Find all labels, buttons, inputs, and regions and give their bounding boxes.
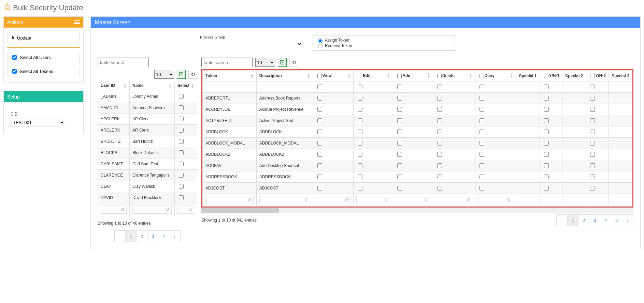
edit-checkbox[interactable] — [358, 118, 362, 123]
deny-checkbox[interactable] — [480, 152, 484, 157]
view-checkbox[interactable] — [317, 152, 322, 157]
col-yn2[interactable]: Y/N-2 — [586, 71, 609, 81]
delete-all-checkbox[interactable] — [437, 74, 442, 78]
view-checkbox[interactable] — [317, 96, 322, 101]
token-search-input[interactable] — [201, 58, 253, 67]
edit-checkbox[interactable] — [358, 152, 362, 157]
remove-token-radio[interactable] — [318, 44, 323, 48]
deny-checkbox[interactable] — [480, 130, 484, 134]
delete-checkbox[interactable] — [437, 130, 442, 134]
reload-icon[interactable]: ↻ — [188, 70, 197, 79]
filter-name[interactable] — [132, 206, 172, 214]
col-edit[interactable]: Edit▲▼ — [354, 71, 393, 81]
deny-all-checkbox[interactable] — [480, 74, 484, 78]
pager-prev[interactable]: ‹ — [557, 215, 568, 226]
add-checkbox[interactable] — [397, 85, 402, 89]
view-checkbox[interactable] — [317, 107, 322, 112]
token-page-length[interactable]: 10 — [255, 58, 275, 67]
user-search-input[interactable] — [98, 58, 149, 67]
pager-page[interactable]: 1 — [126, 231, 137, 242]
assign-token-option[interactable]: Assign Token — [316, 37, 352, 43]
yn1-checkbox[interactable] — [544, 141, 549, 146]
user-select-checkbox[interactable] — [179, 150, 184, 155]
pager-page[interactable]: 5 — [611, 215, 622, 226]
user-select-checkbox[interactable] — [179, 184, 184, 189]
yn2-checkbox[interactable] — [590, 163, 595, 168]
yn1-checkbox[interactable] — [544, 130, 549, 134]
delete-checkbox[interactable] — [437, 141, 442, 146]
delete-checkbox[interactable] — [437, 85, 442, 89]
add-checkbox[interactable] — [397, 175, 402, 179]
edit-all-checkbox[interactable] — [358, 74, 362, 78]
deny-checkbox[interactable] — [480, 107, 484, 112]
col-add[interactable]: Add▲▼ — [393, 71, 433, 81]
delete-checkbox[interactable] — [437, 163, 442, 168]
yn2-checkbox[interactable] — [590, 118, 595, 123]
yn1-all-checkbox[interactable] — [544, 74, 548, 78]
add-checkbox[interactable] — [397, 141, 402, 146]
user-select-checkbox[interactable] — [179, 128, 184, 133]
filter-delete[interactable] — [436, 196, 472, 204]
col-token[interactable]: Token▲▼ — [203, 71, 257, 81]
user-select-checkbox[interactable] — [179, 195, 184, 200]
user-select-checkbox[interactable] — [179, 117, 184, 121]
assign-token-radio[interactable] — [318, 39, 323, 43]
deny-checkbox[interactable] — [480, 141, 484, 146]
delete-checkbox[interactable] — [437, 118, 442, 123]
yn1-checkbox[interactable] — [544, 175, 549, 179]
cid-select[interactable]: TEST001 — [11, 119, 65, 126]
pager-page[interactable]: 3 — [589, 215, 600, 226]
deny-checkbox[interactable] — [480, 85, 484, 89]
edit-checkbox[interactable] — [358, 141, 362, 146]
edit-checkbox[interactable] — [358, 85, 362, 89]
filter-token[interactable] — [205, 196, 254, 204]
pager-page[interactable]: 2 — [578, 215, 589, 226]
yn1-checkbox[interactable] — [544, 96, 549, 101]
edit-checkbox[interactable] — [358, 107, 362, 112]
add-all-checkbox[interactable] — [397, 74, 402, 78]
filter-view[interactable] — [316, 196, 351, 204]
select-all-tokens-button[interactable]: Select All Tokens — [7, 66, 80, 77]
deny-checkbox[interactable] — [480, 175, 484, 179]
excel-export-icon[interactable] — [177, 70, 186, 79]
add-checkbox[interactable] — [397, 152, 402, 157]
col-special1[interactable]: Special 1 — [516, 71, 540, 81]
horizontal-scrollbar[interactable] — [201, 208, 633, 213]
hamburger-icon[interactable] — [74, 20, 80, 25]
select-all-users-checkbox[interactable] — [12, 55, 17, 60]
user-select-checkbox[interactable] — [179, 94, 184, 99]
yn2-checkbox[interactable] — [590, 141, 595, 146]
yn1-checkbox[interactable] — [544, 163, 549, 168]
col-deny[interactable]: Deny▲▼ — [475, 71, 516, 81]
yn2-checkbox[interactable] — [590, 186, 595, 191]
yn1-checkbox[interactable] — [544, 107, 549, 112]
filter-edit[interactable] — [356, 196, 390, 204]
view-all-checkbox[interactable] — [317, 74, 322, 78]
reload-icon[interactable]: ↻ — [289, 58, 298, 67]
pager-page[interactable]: 1 — [568, 215, 578, 226]
update-button[interactable]: Update — [7, 33, 80, 43]
col-name[interactable]: Name▲▼ — [130, 81, 175, 91]
edit-checkbox[interactable] — [358, 163, 362, 168]
edit-checkbox[interactable] — [358, 96, 362, 101]
col-view[interactable]: View▲▼ — [313, 71, 354, 81]
view-checkbox[interactable] — [317, 85, 322, 89]
view-checkbox[interactable] — [317, 186, 322, 191]
delete-checkbox[interactable] — [437, 152, 442, 157]
col-desc[interactable]: Description▲▼ — [256, 71, 313, 81]
deny-checkbox[interactable] — [480, 118, 484, 123]
filter-select[interactable] — [177, 206, 194, 214]
process-group-select[interactable] — [200, 40, 302, 48]
yn2-all-checkbox[interactable] — [590, 74, 595, 78]
pager-page[interactable]: 4 — [158, 231, 169, 242]
view-checkbox[interactable] — [317, 175, 322, 179]
yn1-checkbox[interactable] — [544, 118, 549, 123]
view-checkbox[interactable] — [317, 130, 322, 134]
pager-page[interactable]: 2 — [137, 231, 147, 242]
filter-deny[interactable] — [478, 196, 513, 204]
col-select[interactable]: Select▲▼ — [174, 81, 197, 91]
add-checkbox[interactable] — [397, 130, 402, 134]
add-checkbox[interactable] — [397, 163, 402, 168]
pager-page[interactable]: 4 — [600, 215, 611, 226]
view-checkbox[interactable] — [317, 163, 322, 168]
